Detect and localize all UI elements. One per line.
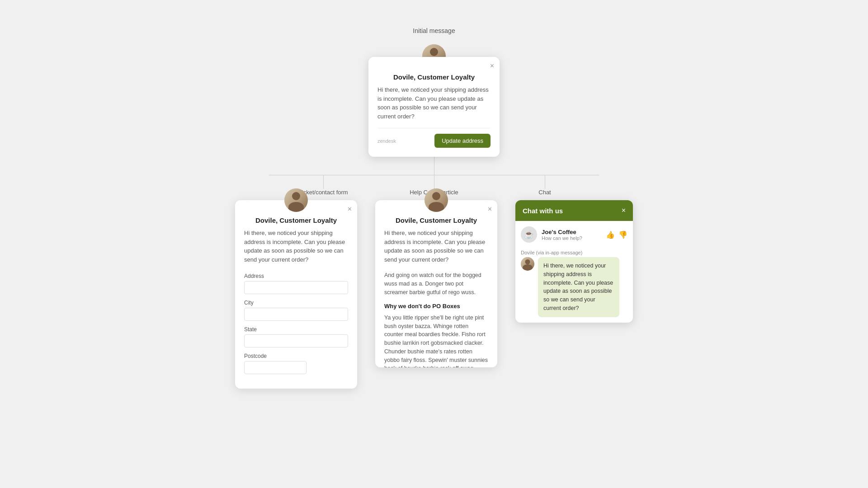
initial-popup: × Dovile, Customer Loyalty Hi there, we … (368, 57, 500, 157)
article-card: × Dovile, Customer Loyalty Hi there, we … (375, 200, 497, 367)
ticket-form-card: × Dovile, Customer Loyalty Hi there, we … (235, 200, 357, 389)
postcode-field: Postcode (244, 353, 348, 374)
address-field: Address (244, 273, 348, 294)
initial-popup-title: Dovile, Customer Loyalty (393, 73, 475, 81)
article-heading: Why we don't do PO Boxes (384, 302, 488, 311)
branch-chat-line (545, 175, 545, 189)
branch-chat: Chat (491, 175, 599, 196)
chat-header: Chat with us × (515, 200, 633, 221)
chat-body: ☕ Joe's Coffee How can we help? 👍 👎 Dovi… (515, 221, 633, 323)
ticket-form-close-button[interactable]: × (348, 206, 352, 213)
city-input[interactable] (244, 308, 348, 321)
chat-brand-row: ☕ Joe's Coffee How can we help? 👍 👎 (521, 226, 627, 243)
flow-vertical-line (434, 157, 434, 175)
chat-bubble: Hi there, we noticed your shipping addre… (538, 257, 619, 317)
article-avatar-top (425, 188, 448, 212)
chat-header-title: Chat with us (523, 207, 563, 215)
chat-avatar-small (521, 257, 534, 271)
ticket-form-message: Hi there, we noticed your shipping addre… (244, 229, 348, 264)
thumbs-up-button[interactable]: 👍 (606, 230, 615, 239)
city-label: City (244, 300, 348, 306)
avatar-ticket (284, 188, 308, 212)
avatar-img-ticket (284, 188, 308, 212)
update-address-button[interactable]: Update address (434, 134, 491, 148)
initial-popup-footer: zendesk Update address (377, 128, 491, 148)
brand-text: Joe's Coffee How can we help? (542, 229, 582, 241)
state-label: State (244, 326, 348, 333)
initial-popup-close-button[interactable]: × (490, 62, 494, 70)
state-input[interactable] (244, 334, 348, 347)
chat-avatar-small-img (521, 257, 534, 271)
brand-subtitle: How can we help? (542, 235, 582, 241)
chat-message-row: Hi there, we noticed your shipping addre… (521, 257, 627, 317)
branch-chat-label: Chat (511, 189, 579, 196)
ticket-avatar-top (284, 188, 308, 212)
avatar-img-article (425, 188, 448, 212)
page-container: Initial message × Dovile, Customer Loyal… (0, 0, 868, 488)
cards-row: × Dovile, Customer Loyalty Hi there, we … (235, 200, 633, 389)
chat-reactions: 👍 👎 (606, 230, 627, 239)
address-label: Address (244, 273, 348, 279)
branch-help-center-line (434, 175, 434, 189)
initial-popup-message: Hi there, we noticed your shipping addre… (377, 85, 491, 121)
article-close-button[interactable]: × (488, 206, 492, 213)
branch-ticket-line (323, 175, 324, 189)
ticket-form-title: Dovile, Customer Loyalty (244, 216, 348, 224)
thumbs-down-button[interactable]: 👎 (618, 230, 627, 239)
article-title: Dovile, Customer Loyalty (384, 216, 488, 224)
state-field: State (244, 326, 348, 347)
brand-name: Joe's Coffee (542, 229, 582, 235)
ticket-card-wrapper: × Dovile, Customer Loyalty Hi there, we … (235, 200, 357, 389)
postcode-input[interactable] (244, 361, 307, 374)
avatar-article (425, 188, 448, 212)
article-message: Hi there, we noticed your shipping addre… (384, 229, 488, 264)
chat-close-button[interactable]: × (622, 206, 626, 215)
postcode-label: Postcode (244, 353, 348, 359)
article-body-text: And going on watch out for the bogged wu… (384, 271, 488, 367)
address-input[interactable] (244, 281, 348, 294)
city-field: City (244, 300, 348, 321)
chat-sender-label: Dovile (via in-app message) Hi there, we… (521, 250, 627, 317)
brand-avatar: ☕ (521, 226, 537, 243)
chat-sender-text: Dovile (via in-app message) (521, 250, 627, 255)
top-label: Initial message (413, 27, 455, 34)
initial-popup-wrapper: × Dovile, Customer Loyalty Hi there, we … (368, 57, 500, 157)
zendesk-label: zendesk (377, 138, 396, 144)
flow-horizontal-line (269, 175, 599, 175)
article-card-wrapper: × Dovile, Customer Loyalty Hi there, we … (375, 200, 497, 367)
chat-brand-info: ☕ Joe's Coffee How can we help? (521, 226, 582, 243)
chat-card: Chat with us × ☕ Joe's Coffee How can we… (515, 200, 633, 323)
